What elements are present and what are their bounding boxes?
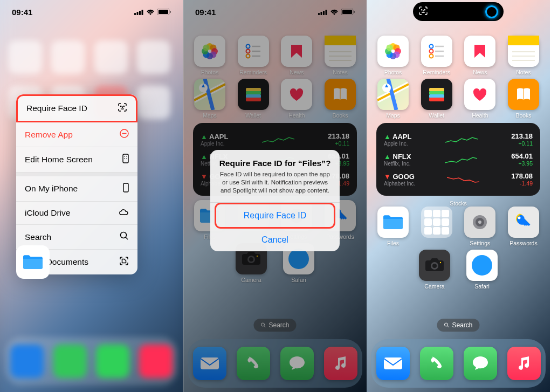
svg-point-76 bbox=[429, 54, 433, 58]
menu-require-faceid[interactable]: Require Face ID bbox=[16, 94, 137, 122]
iphone-icon bbox=[123, 183, 129, 195]
app-wallet[interactable]: Wallet bbox=[418, 79, 456, 119]
battery-icon bbox=[157, 8, 171, 17]
svg-point-72 bbox=[429, 45, 433, 49]
faceid-glyph-icon bbox=[418, 6, 428, 18]
svg-rect-16 bbox=[123, 183, 128, 192]
phone-apps-icon bbox=[122, 154, 129, 166]
dock bbox=[371, 339, 546, 388]
menu-icloud-drive[interactable]: iCloud Drive bbox=[16, 202, 137, 225]
app-settings[interactable]: Settings bbox=[461, 207, 499, 246]
faceid-scanning-icon bbox=[485, 5, 498, 18]
files-app-icon[interactable] bbox=[16, 245, 50, 279]
dock-messages[interactable] bbox=[464, 347, 497, 380]
dock-phone[interactable] bbox=[420, 347, 453, 380]
svg-point-91 bbox=[518, 217, 520, 219]
app-maps[interactable]: Maps bbox=[374, 79, 412, 119]
svg-point-71 bbox=[387, 45, 393, 51]
svg-rect-0 bbox=[134, 13, 136, 15]
svg-point-7 bbox=[121, 106, 121, 107]
status-time: 09:41 bbox=[12, 8, 32, 17]
svg-point-97 bbox=[444, 323, 447, 326]
svg-rect-78 bbox=[508, 36, 539, 45]
wifi-icon bbox=[146, 8, 155, 17]
app-reminders[interactable]: Reminders bbox=[418, 36, 456, 75]
dock-music[interactable] bbox=[507, 347, 541, 380]
menu-on-my-iphone[interactable]: On My iPhone bbox=[16, 176, 137, 202]
svg-rect-84 bbox=[429, 91, 444, 95]
svg-point-62 bbox=[422, 9, 422, 10]
svg-rect-1 bbox=[137, 12, 139, 15]
svg-rect-6 bbox=[170, 11, 171, 13]
menu-remove-app[interactable]: Remove App bbox=[16, 122, 137, 147]
svg-point-96 bbox=[472, 255, 492, 276]
search-icon bbox=[444, 322, 449, 328]
svg-rect-86 bbox=[429, 98, 444, 101]
app-folder[interactable] bbox=[418, 207, 456, 246]
dock-mail[interactable] bbox=[376, 347, 410, 380]
svg-rect-2 bbox=[139, 11, 141, 15]
app-health[interactable]: Health bbox=[461, 79, 499, 119]
app-safari[interactable]: Safari bbox=[463, 250, 501, 290]
dynamic-island[interactable] bbox=[413, 2, 504, 21]
svg-rect-85 bbox=[429, 94, 444, 98]
spotlight-search[interactable]: Search bbox=[437, 319, 479, 332]
svg-point-8 bbox=[123, 106, 124, 107]
alert-cancel-button[interactable]: Cancel bbox=[210, 229, 340, 251]
signal-icon bbox=[134, 8, 143, 17]
svg-rect-11 bbox=[123, 154, 128, 163]
app-files[interactable]: Files bbox=[374, 207, 412, 246]
svg-point-95 bbox=[440, 262, 441, 263]
svg-rect-99 bbox=[384, 357, 402, 369]
svg-point-63 bbox=[424, 9, 425, 10]
svg-point-17 bbox=[121, 232, 127, 238]
screenshot-alert: 09:41 Photos Reminders News Notes Maps W… bbox=[183, 0, 367, 392]
svg-point-15 bbox=[126, 158, 127, 159]
widget-label: Stocks bbox=[374, 200, 542, 207]
home-screen: Photos Reminders News Notes Maps Wallet … bbox=[367, 32, 550, 392]
svg-point-90 bbox=[478, 221, 481, 224]
app-books[interactable]: Books bbox=[505, 79, 542, 119]
svg-point-74 bbox=[429, 50, 433, 53]
app-news[interactable]: News bbox=[461, 36, 499, 75]
remove-icon bbox=[120, 129, 129, 140]
app-camera[interactable]: Camera bbox=[416, 250, 453, 290]
svg-rect-5 bbox=[159, 10, 168, 14]
svg-line-18 bbox=[126, 237, 128, 239]
scan-icon bbox=[119, 256, 129, 268]
cloud-icon bbox=[118, 208, 129, 218]
svg-point-94 bbox=[432, 264, 437, 268]
app-notes[interactable]: Notes bbox=[505, 36, 542, 75]
search-icon bbox=[120, 231, 129, 243]
screenshot-dynamic-island: Photos Reminders News Notes Maps Wallet … bbox=[367, 0, 550, 392]
alert-title: Require Face ID for “Files”? bbox=[219, 159, 331, 168]
svg-line-98 bbox=[447, 326, 449, 328]
svg-point-12 bbox=[124, 156, 125, 157]
app-passwords[interactable]: Passwords bbox=[505, 207, 542, 246]
menu-edit-homescreen[interactable]: Edit Home Screen bbox=[16, 147, 137, 173]
alert-confirm-button[interactable]: Require Face ID bbox=[215, 203, 335, 229]
svg-rect-83 bbox=[429, 88, 444, 92]
svg-rect-3 bbox=[142, 10, 143, 15]
svg-point-14 bbox=[124, 158, 125, 159]
status-bar: 09:41 bbox=[0, 0, 183, 24]
faceid-icon bbox=[118, 102, 127, 114]
stocks-widget[interactable]: ▲ AAPLApple Inc.213.18+0.11 ▲ NFLXNetfli… bbox=[376, 123, 540, 196]
faceid-alert: Require Face ID for “Files”? Face ID wil… bbox=[210, 150, 340, 251]
screenshot-context-menu: 09:41 Require Face ID Remove App Edit Ho… bbox=[0, 0, 183, 392]
alert-message: Face ID will be required to open the app… bbox=[219, 170, 331, 195]
app-photos[interactable]: Photos bbox=[374, 36, 412, 75]
svg-point-13 bbox=[126, 156, 127, 157]
